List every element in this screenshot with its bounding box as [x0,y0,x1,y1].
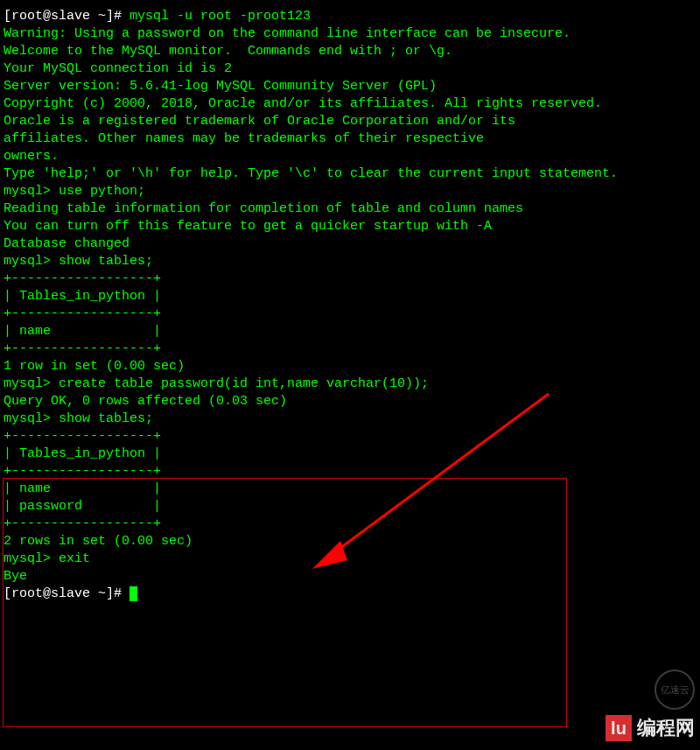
terminal-text: Database changed [4,236,130,251]
terminal-line: affiliates. Other names may be trademark… [4,130,696,148]
terminal-line: +------------------+ [4,305,696,323]
terminal-text: Type 'help;' or '\h' for help. Type '\c'… [4,166,618,181]
terminal-text: mysql> [4,184,59,199]
terminal-line: You can turn off this feature to get a q… [4,218,696,235]
terminal-text: You can turn off this feature to get a q… [4,219,492,234]
terminal-text: Server version: 5.6.41-log MySQL Communi… [4,79,437,94]
terminal-line: Welcome to the MySQL monitor. Commands e… [4,43,696,60]
terminal-line: +------------------+ [4,428,696,445]
terminal-text: affiliates. Other names may be trademark… [4,131,484,146]
terminal-line: mysql> exit [4,550,696,568]
terminal-text: | name | [4,324,161,339]
terminal-text: | Tables_in_python | [4,446,161,461]
terminal-line: | Tables_in_python | [4,445,696,463]
terminal-line: owners. [4,148,696,165]
terminal-text: +------------------+ [4,464,161,479]
terminal-line: +------------------+ [4,270,696,288]
terminal-text: +------------------+ [4,341,161,356]
terminal-text: Your MySQL connection id is 2 [4,61,232,76]
terminal-text: use python; [59,184,145,199]
terminal-line: Warning: Using a password on the command… [4,25,696,43]
terminal-line: Your MySQL connection id is 2 [4,60,696,78]
terminal-text: Query OK, 0 rows affected (0.03 sec) [4,394,287,409]
terminal-text: Bye [4,569,27,584]
terminal-text: [root@slave ~]# [4,586,130,601]
terminal-text: | name | [4,481,161,496]
terminal-text: Reading table information for completion… [4,201,523,216]
terminal-text: | Tables_in_python | [4,289,161,304]
terminal-text: Welcome to the MySQL monitor. Commands e… [4,44,452,59]
terminal-line: [root@slave ~]# mysql -u root -proot123 [4,8,696,25]
terminal-text: exit [59,551,90,566]
terminal-line: mysql> create table password(id int,name… [4,375,696,393]
terminal-text: [root@slave ~]# [4,9,130,24]
watermark-logo-icon: lu [606,715,632,741]
terminal-text: +------------------+ [4,429,161,444]
terminal-line: | name | [4,323,696,340]
terminal-text: owners. [4,149,59,164]
terminal-text: 2 rows in set (0.00 sec) [4,534,192,549]
terminal-text: Warning: Using a password on the command… [4,26,570,41]
terminal-line: | Tables_in_python | [4,288,696,305]
terminal-output[interactable]: [root@slave ~]# mysql -u root -proot123W… [4,8,696,603]
terminal-line: Copyright (c) 2000, 2018, Oracle and/or … [4,95,696,113]
terminal-text: 1 row in set (0.00 sec) [4,359,185,374]
terminal-text: show tables; [59,254,153,269]
terminal-line: Reading table information for completion… [4,200,696,218]
terminal-line: [root@slave ~]# [4,585,696,603]
terminal-line: Server version: 5.6.41-log MySQL Communi… [4,78,696,95]
terminal-text: mysql> [4,551,59,566]
terminal-text: show tables; [59,411,153,426]
watermark-badge: 亿速云 [654,669,695,710]
terminal-line: Type 'help;' or '\h' for help. Type '\c'… [4,165,696,183]
terminal-text: mysql -u root -proot123 [130,9,311,24]
terminal-line: Oracle is a registered trademark of Orac… [4,113,696,130]
terminal-line: mysql> show tables; [4,410,696,428]
terminal-line: mysql> show tables; [4,253,696,270]
terminal-text: | password | [4,499,161,514]
watermark-text: 编程网 [632,719,700,737]
terminal-line: +------------------+ [4,463,696,480]
terminal-text: +------------------+ [4,306,161,321]
terminal-line: Query OK, 0 rows affected (0.03 sec) [4,393,696,410]
terminal-cursor [130,586,137,601]
terminal-line: Bye [4,568,696,585]
terminal-line: | password | [4,498,696,515]
terminal-line: +------------------+ [4,515,696,533]
terminal-text: Copyright (c) 2000, 2018, Oracle and/or … [4,96,602,111]
terminal-text: create table password(id int,name varcha… [59,376,429,391]
terminal-text: Oracle is a registered trademark of Orac… [4,114,515,129]
terminal-line: mysql> use python; [4,183,696,200]
terminal-line: | name | [4,480,696,498]
terminal-line: 2 rows in set (0.00 sec) [4,533,696,550]
terminal-text: mysql> [4,376,59,391]
terminal-text: +------------------+ [4,516,161,531]
watermark: lu 编程网 [606,715,700,741]
terminal-text: mysql> [4,254,59,269]
terminal-text: mysql> [4,411,59,426]
terminal-line: 1 row in set (0.00 sec) [4,358,696,375]
terminal-line: +------------------+ [4,340,696,358]
terminal-line: Database changed [4,235,696,253]
terminal-text: +------------------+ [4,271,161,286]
